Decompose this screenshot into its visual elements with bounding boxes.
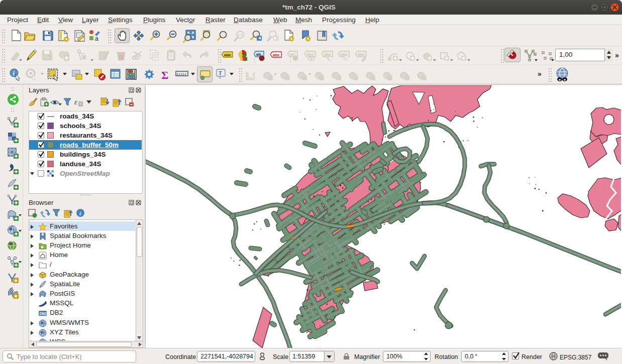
svg-text:abc: abc: [273, 53, 280, 57]
svg-text:a: a: [95, 35, 98, 42]
svg-text:abc: abc: [358, 52, 365, 57]
svg-text:1:1: 1:1: [238, 33, 243, 37]
svg-text:abc: abc: [307, 52, 314, 57]
svg-text:Σ: Σ: [161, 69, 168, 81]
svg-text:DB2: DB2: [40, 312, 47, 315]
svg-text:ab: ab: [290, 52, 294, 57]
svg-text:ε: ε: [74, 98, 77, 106]
svg-text:T: T: [219, 70, 222, 76]
svg-text:abc: abc: [224, 53, 231, 57]
svg-text:ab: ab: [256, 52, 261, 57]
